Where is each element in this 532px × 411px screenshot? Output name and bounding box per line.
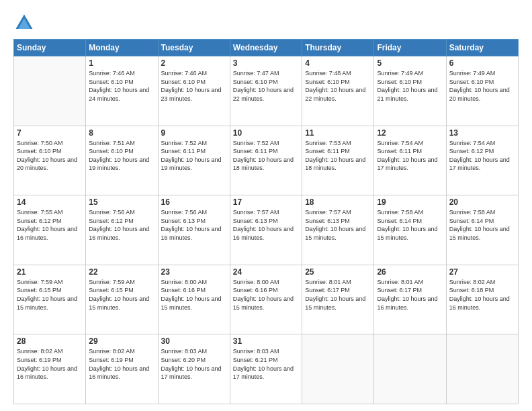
calendar-cell: 21Sunrise: 7:59 AM Sunset: 6:15 PM Dayli… [14, 265, 86, 334]
day-number: 12 [377, 128, 443, 138]
day-number: 26 [377, 267, 443, 277]
header-friday: Friday [374, 40, 446, 56]
day-number: 23 [161, 267, 227, 277]
cell-info: Sunrise: 7:59 AM Sunset: 6:15 PM Dayligh… [89, 278, 154, 312]
cell-info: Sunrise: 7:58 AM Sunset: 6:14 PM Dayligh… [449, 208, 515, 242]
header-tuesday: Tuesday [158, 40, 230, 56]
day-number: 7 [17, 128, 83, 138]
calendar-cell: 4Sunrise: 7:48 AM Sunset: 6:10 PM Daylig… [302, 56, 374, 126]
day-number: 29 [89, 336, 154, 346]
calendar-cell: 17Sunrise: 7:57 AM Sunset: 6:13 PM Dayli… [230, 195, 302, 265]
week-row-3: 21Sunrise: 7:59 AM Sunset: 6:15 PM Dayli… [14, 265, 519, 334]
day-number: 9 [161, 128, 227, 138]
day-number: 5 [377, 58, 443, 68]
day-number: 24 [233, 267, 299, 277]
day-number: 11 [305, 128, 371, 138]
calendar-cell: 27Sunrise: 8:02 AM Sunset: 6:18 PM Dayli… [446, 265, 518, 334]
calendar-cell [446, 334, 518, 404]
calendar-cell: 3Sunrise: 7:47 AM Sunset: 6:10 PM Daylig… [230, 56, 302, 126]
day-number: 6 [449, 58, 515, 68]
week-row-4: 28Sunrise: 8:02 AM Sunset: 6:19 PM Dayli… [14, 334, 519, 404]
cell-info: Sunrise: 8:02 AM Sunset: 6:19 PM Dayligh… [89, 347, 154, 381]
day-number: 18 [305, 197, 371, 207]
calendar-cell: 30Sunrise: 8:03 AM Sunset: 6:20 PM Dayli… [158, 334, 230, 404]
cell-info: Sunrise: 7:49 AM Sunset: 6:10 PM Dayligh… [449, 69, 515, 103]
week-row-1: 7Sunrise: 7:50 AM Sunset: 6:10 PM Daylig… [14, 126, 519, 195]
calendar-cell: 29Sunrise: 8:02 AM Sunset: 6:19 PM Dayli… [86, 334, 158, 404]
cell-info: Sunrise: 7:52 AM Sunset: 6:11 PM Dayligh… [161, 139, 227, 173]
page: SundayMondayTuesdayWednesdayThursdayFrid… [0, 0, 532, 411]
day-number: 3 [233, 58, 299, 68]
day-number: 22 [89, 267, 154, 277]
header-monday: Monday [86, 40, 158, 56]
day-number: 13 [449, 128, 515, 138]
cell-info: Sunrise: 7:51 AM Sunset: 6:10 PM Dayligh… [89, 139, 154, 173]
calendar-cell: 20Sunrise: 7:58 AM Sunset: 6:14 PM Dayli… [446, 195, 518, 265]
calendar-cell: 12Sunrise: 7:54 AM Sunset: 6:11 PM Dayli… [374, 126, 446, 195]
calendar-cell: 28Sunrise: 8:02 AM Sunset: 6:19 PM Dayli… [14, 334, 86, 404]
cell-info: Sunrise: 7:57 AM Sunset: 6:13 PM Dayligh… [233, 208, 299, 242]
cell-info: Sunrise: 7:59 AM Sunset: 6:15 PM Dayligh… [17, 278, 83, 312]
header [13, 12, 519, 34]
week-row-0: 1Sunrise: 7:46 AM Sunset: 6:10 PM Daylig… [14, 56, 519, 126]
cell-info: Sunrise: 7:58 AM Sunset: 6:14 PM Dayligh… [377, 208, 443, 242]
calendar-cell: 23Sunrise: 8:00 AM Sunset: 6:16 PM Dayli… [158, 265, 230, 334]
day-number: 20 [449, 197, 515, 207]
cell-info: Sunrise: 7:57 AM Sunset: 6:13 PM Dayligh… [305, 208, 371, 242]
day-number: 16 [161, 197, 227, 207]
cell-info: Sunrise: 8:00 AM Sunset: 6:16 PM Dayligh… [161, 278, 227, 312]
cell-info: Sunrise: 7:56 AM Sunset: 6:13 PM Dayligh… [161, 208, 227, 242]
cell-info: Sunrise: 7:52 AM Sunset: 6:11 PM Dayligh… [233, 139, 299, 173]
cell-info: Sunrise: 7:47 AM Sunset: 6:10 PM Dayligh… [233, 69, 299, 103]
header-thursday: Thursday [302, 40, 374, 56]
calendar-cell: 7Sunrise: 7:50 AM Sunset: 6:10 PM Daylig… [14, 126, 86, 195]
cell-info: Sunrise: 7:46 AM Sunset: 6:10 PM Dayligh… [89, 69, 154, 103]
calendar-cell: 18Sunrise: 7:57 AM Sunset: 6:13 PM Dayli… [302, 195, 374, 265]
header-saturday: Saturday [446, 40, 518, 56]
day-number: 28 [17, 336, 83, 346]
calendar-cell [302, 334, 374, 404]
calendar-cell: 26Sunrise: 8:01 AM Sunset: 6:17 PM Dayli… [374, 265, 446, 334]
calendar-cell [374, 334, 446, 404]
day-number: 4 [305, 58, 371, 68]
logo-icon [13, 12, 35, 34]
calendar-cell: 14Sunrise: 7:55 AM Sunset: 6:12 PM Dayli… [14, 195, 86, 265]
day-number: 17 [233, 197, 299, 207]
cell-info: Sunrise: 7:55 AM Sunset: 6:12 PM Dayligh… [17, 208, 83, 242]
day-number: 27 [449, 267, 515, 277]
calendar-cell: 24Sunrise: 8:00 AM Sunset: 6:16 PM Dayli… [230, 265, 302, 334]
cell-info: Sunrise: 7:48 AM Sunset: 6:10 PM Dayligh… [305, 69, 371, 103]
calendar-cell: 8Sunrise: 7:51 AM Sunset: 6:10 PM Daylig… [86, 126, 158, 195]
cell-info: Sunrise: 7:54 AM Sunset: 6:11 PM Dayligh… [377, 139, 443, 173]
calendar-cell: 1Sunrise: 7:46 AM Sunset: 6:10 PM Daylig… [86, 56, 158, 126]
day-number: 2 [161, 58, 227, 68]
calendar-cell: 9Sunrise: 7:52 AM Sunset: 6:11 PM Daylig… [158, 126, 230, 195]
calendar-cell [14, 56, 86, 126]
calendar-cell: 5Sunrise: 7:49 AM Sunset: 6:10 PM Daylig… [374, 56, 446, 126]
cell-info: Sunrise: 7:46 AM Sunset: 6:10 PM Dayligh… [161, 69, 227, 103]
week-row-2: 14Sunrise: 7:55 AM Sunset: 6:12 PM Dayli… [14, 195, 519, 265]
day-number: 14 [17, 197, 83, 207]
day-number: 10 [233, 128, 299, 138]
calendar-cell: 11Sunrise: 7:53 AM Sunset: 6:11 PM Dayli… [302, 126, 374, 195]
calendar-table: SundayMondayTuesdayWednesdayThursdayFrid… [13, 39, 519, 404]
calendar-cell: 25Sunrise: 8:01 AM Sunset: 6:17 PM Dayli… [302, 265, 374, 334]
calendar-cell: 15Sunrise: 7:56 AM Sunset: 6:12 PM Dayli… [86, 195, 158, 265]
cell-info: Sunrise: 7:53 AM Sunset: 6:11 PM Dayligh… [305, 139, 371, 173]
cell-info: Sunrise: 8:03 AM Sunset: 6:21 PM Dayligh… [233, 347, 299, 381]
header-sunday: Sunday [14, 40, 86, 56]
calendar-cell: 10Sunrise: 7:52 AM Sunset: 6:11 PM Dayli… [230, 126, 302, 195]
cell-info: Sunrise: 8:01 AM Sunset: 6:17 PM Dayligh… [305, 278, 371, 312]
day-number: 31 [233, 336, 299, 346]
cell-info: Sunrise: 8:03 AM Sunset: 6:20 PM Dayligh… [161, 347, 227, 381]
day-number: 25 [305, 267, 371, 277]
cell-info: Sunrise: 7:56 AM Sunset: 6:12 PM Dayligh… [89, 208, 154, 242]
cell-info: Sunrise: 8:02 AM Sunset: 6:18 PM Dayligh… [449, 278, 515, 312]
header-wednesday: Wednesday [230, 40, 302, 56]
day-number: 8 [89, 128, 154, 138]
calendar-header-row: SundayMondayTuesdayWednesdayThursdayFrid… [14, 40, 519, 56]
day-number: 19 [377, 197, 443, 207]
calendar-cell: 13Sunrise: 7:54 AM Sunset: 6:12 PM Dayli… [446, 126, 518, 195]
calendar-cell: 31Sunrise: 8:03 AM Sunset: 6:21 PM Dayli… [230, 334, 302, 404]
calendar-cell: 22Sunrise: 7:59 AM Sunset: 6:15 PM Dayli… [86, 265, 158, 334]
